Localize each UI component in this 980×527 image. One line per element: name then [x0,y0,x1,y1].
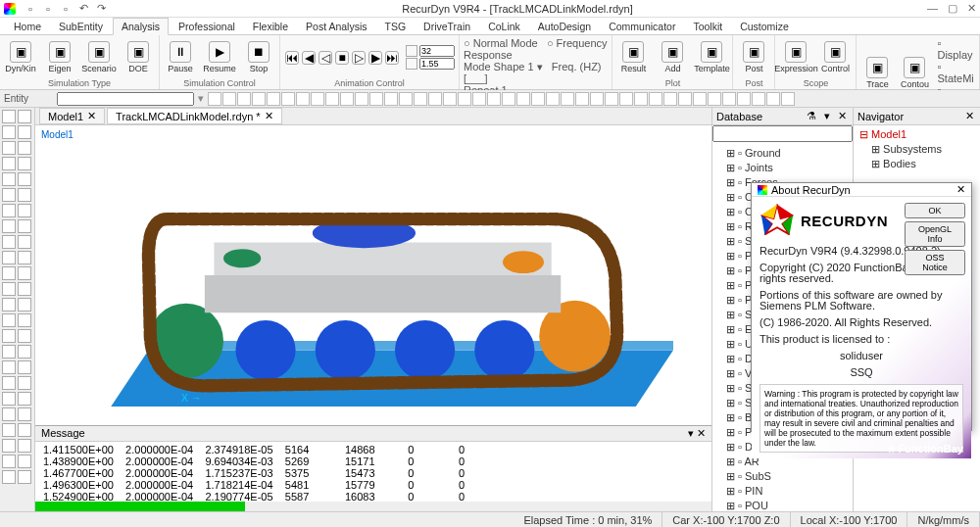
qat-new-icon[interactable]: ▫ [24,2,37,16]
v-tool-26[interactable] [2,313,16,327]
expression-button[interactable]: ▣Expression [779,41,812,73]
entity-input[interactable] [57,92,194,106]
qat-redo-icon[interactable]: ↷ [94,2,108,16]
v-tool-22[interactable] [2,282,16,296]
v-tool-21[interactable] [18,266,31,280]
mini-tool-39[interactable] [781,92,795,106]
entity-dropdown-icon[interactable]: ▾ [198,92,204,105]
mini-tool-27[interactable] [605,92,618,106]
ribbon-tab-communicator[interactable]: Communicator [601,19,683,34]
qat-undo-icon[interactable]: ↶ [76,2,90,16]
v-tool-31[interactable] [18,345,31,359]
mini-tool-25[interactable] [575,92,589,106]
v-tool-16[interactable] [2,235,16,249]
db-node-pou[interactable]: ⊞ ▫ POU [714,499,851,511]
doe-button[interactable]: ▣DOE [122,41,155,73]
v-tool-33[interactable] [18,360,31,374]
anim-step-back-icon[interactable]: ◁ [318,51,333,65]
tab-close-icon[interactable]: ✕ [87,110,96,122]
template-button[interactable]: ▣Template [695,41,728,73]
result-button[interactable]: ▣Result [616,41,650,73]
v-tool-46[interactable] [2,470,16,484]
ribbon-tab-analysis[interactable]: Analysis [113,18,169,35]
v-tool-29[interactable] [18,329,31,343]
mini-tool-0[interactable] [208,92,221,106]
post-button[interactable]: ▣Post [737,41,770,73]
db-node-joints[interactable]: ⊞ ▫ Joints [714,161,851,175]
v-tool-1[interactable] [18,110,31,123]
v-tool-42[interactable] [2,439,16,453]
v-tool-9[interactable] [18,172,31,186]
doc-tab[interactable]: Model1✕ [39,108,105,124]
v-tool-12[interactable] [2,204,16,217]
mini-tool-7[interactable] [311,92,324,106]
ribbon-tab-toolkit[interactable]: Toolkit [685,19,730,34]
mini-tool-18[interactable] [472,92,486,106]
mini-tool-2[interactable] [237,92,251,106]
ribbon-tab-customize[interactable]: Customize [732,19,797,34]
v-tool-32[interactable] [2,360,16,374]
mode-normal-radio[interactable]: Normal Mode [473,37,538,49]
ribbon-tab-tsg[interactable]: TSG [377,19,415,34]
mini-tool-15[interactable] [428,92,442,106]
anim-prev-icon[interactable]: ◀ [301,51,317,65]
v-tool-7[interactable] [18,157,31,170]
ribbon-tab-subentity[interactable]: SubEntity [51,19,111,34]
mini-tool-29[interactable] [634,92,648,106]
mini-tool-26[interactable] [590,92,604,106]
control-button[interactable]: ▣Control [818,41,852,73]
mini-tool-12[interactable] [384,92,398,106]
v-tool-36[interactable] [2,392,16,406]
db-node-ground[interactable]: ⊞ ▫ Ground [714,146,851,161]
v-tool-18[interactable] [2,251,16,264]
ribbon-tab-colink[interactable]: CoLink [480,19,528,34]
mini-tool-28[interactable] [619,92,633,106]
mini-tool-11[interactable] [369,92,383,106]
db-sort-icon[interactable]: ▾ [820,110,833,122]
pause-button[interactable]: ⏸Pause [164,41,197,73]
mini-tool-4[interactable] [267,92,280,106]
v-tool-47[interactable] [18,470,31,484]
mini-tool-23[interactable] [546,92,560,106]
resume-button[interactable]: ▶Resume [203,41,236,73]
mini-tool-8[interactable] [325,92,339,106]
mini-tool-34[interactable] [708,92,721,106]
mini-tool-36[interactable] [737,92,751,106]
nav-node-model1[interactable]: ⊟ Model1 [856,127,978,142]
v-tool-15[interactable] [18,219,31,233]
mini-tool-30[interactable] [649,92,662,106]
v-tool-0[interactable] [2,110,16,123]
mini-tool-13[interactable] [399,92,413,106]
mini-tool-16[interactable] [443,92,457,106]
mini-tool-3[interactable] [252,92,266,106]
v-tool-38[interactable] [2,407,16,421]
frame-input[interactable] [419,45,455,57]
v-tool-34[interactable] [2,376,16,390]
mini-tool-38[interactable] [766,92,780,106]
mini-tool-20[interactable] [502,92,515,106]
v-tool-41[interactable] [18,423,31,437]
tab-close-icon[interactable]: ✕ [265,110,273,122]
about-oss-button[interactable]: OSS Notice [905,250,965,275]
about-close-icon[interactable]: ✕ [956,183,965,196]
ribbon-tab-professional[interactable]: Professional [171,19,243,34]
about-opengl-button[interactable]: OpenGL Info [905,221,965,247]
anim-first-icon[interactable]: ⏮ [284,51,300,65]
minimize-button[interactable]: — [927,2,938,15]
v-tool-2[interactable] [2,125,16,139]
v-tool-37[interactable] [18,392,31,406]
v-tool-23[interactable] [18,282,31,296]
message-body[interactable]: 1.411500E+00 2.000000E-04 2.374918E-05 5… [35,442,711,502]
qat-open-icon[interactable]: ▫ [41,2,55,16]
v-tool-4[interactable] [2,141,16,155]
mini-tool-14[interactable] [414,92,427,106]
qat-save-icon[interactable]: ▫ [59,2,73,16]
mini-tool-1[interactable] [222,92,236,106]
v-tool-19[interactable] [18,251,31,264]
mini-tool-10[interactable] [355,92,368,106]
mini-tool-5[interactable] [281,92,295,106]
anim-step-fwd-icon[interactable]: ▷ [351,51,367,65]
mini-tool-19[interactable] [487,92,501,106]
message-dropdown-icon[interactable]: ▾ ✕ [688,427,706,440]
ribbon-tab-home[interactable]: Home [6,19,49,34]
